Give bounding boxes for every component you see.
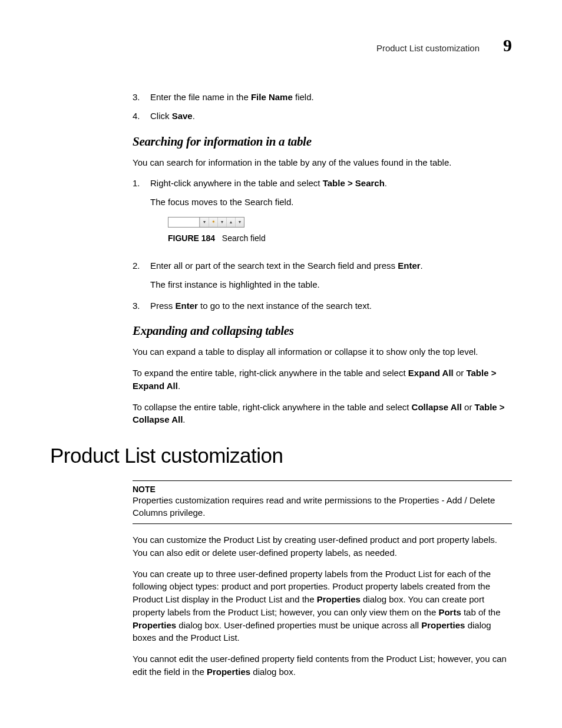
menu-path: Table > Search bbox=[323, 178, 385, 188]
step-number: 3. bbox=[133, 299, 150, 312]
arrow-down-icon[interactable]: ▾ bbox=[235, 218, 244, 227]
step-text: Click Save. bbox=[150, 110, 512, 123]
step-number: 1. bbox=[133, 177, 150, 253]
content-column: NOTE Properties customization requires r… bbox=[133, 480, 512, 678]
text: Enter the file name in the bbox=[150, 92, 251, 102]
text: . bbox=[178, 381, 180, 391]
paragraph: You can expand a table to display all in… bbox=[133, 345, 512, 358]
note-block: NOTE Properties customization requires r… bbox=[133, 480, 512, 524]
page-header: Product List customization 9 bbox=[50, 35, 512, 55]
paragraph: You can search for information in the ta… bbox=[133, 156, 512, 169]
note-label: NOTE bbox=[133, 485, 512, 494]
running-header-title: Product List customization bbox=[376, 43, 480, 53]
key-name: Enter bbox=[176, 301, 198, 311]
text: Right-click anywhere in the table and se… bbox=[150, 178, 323, 188]
key-name: Enter bbox=[398, 261, 420, 271]
step-3: 3. Enter the file name in the File Name … bbox=[133, 91, 512, 104]
figure-caption: FIGURE 184 Search field bbox=[168, 232, 512, 244]
dropdown-icon[interactable]: ▾ bbox=[200, 218, 209, 227]
search-field-widget: ▾ ✶ ▾ ▴ ▾ bbox=[168, 217, 244, 228]
text: . bbox=[193, 111, 195, 121]
step-number: 2. bbox=[133, 259, 150, 294]
button-name: Save bbox=[172, 111, 193, 121]
search-input[interactable] bbox=[168, 218, 200, 227]
step-text: Enter all or part of the search text in … bbox=[150, 259, 512, 294]
note-text: Properties customization requires read a… bbox=[133, 494, 512, 519]
text: Enter all or part of the search text in … bbox=[150, 261, 398, 271]
text: You cannot edit the user-defined propert… bbox=[133, 654, 507, 677]
paragraph: To expand the entire table, right-click … bbox=[133, 367, 512, 393]
text: . bbox=[385, 178, 387, 188]
text: dialog box. User-defined properties must… bbox=[176, 620, 421, 630]
menu-item: Collapse All bbox=[412, 402, 462, 412]
binoculars-icon[interactable]: ✶ bbox=[209, 218, 217, 227]
step-number: 3. bbox=[133, 91, 150, 104]
paragraph: To collapse the entire table, right-clic… bbox=[133, 401, 512, 427]
content-column: 3. Enter the file name in the File Name … bbox=[133, 91, 512, 426]
step-4: 4. Click Save. bbox=[133, 110, 512, 123]
paragraph: You cannot edit the user-defined propert… bbox=[133, 653, 512, 678]
text: or bbox=[454, 368, 467, 378]
text: or bbox=[462, 402, 475, 412]
step-1: 1. Right-click anywhere in the table and… bbox=[133, 177, 512, 253]
paragraph: You can customize the Product List by cr… bbox=[133, 533, 512, 559]
text: To expand the entire table, right-click … bbox=[133, 368, 408, 378]
dropdown-icon[interactable]: ▾ bbox=[217, 218, 226, 227]
figure-title: Search field bbox=[222, 233, 266, 243]
step-sub: The first instance is highlighted in the… bbox=[150, 278, 512, 291]
figure-184: ▾ ✶ ▾ ▴ ▾ FIGURE 184 Search field bbox=[168, 217, 512, 244]
field-name: File Name bbox=[251, 92, 293, 102]
text: dialog box. bbox=[250, 667, 296, 677]
text: tab of the bbox=[461, 607, 501, 617]
dialog-name: Properties bbox=[207, 667, 250, 677]
figure-number: FIGURE 184 bbox=[168, 233, 215, 243]
search-steps: 1. Right-click anywhere in the table and… bbox=[133, 177, 512, 312]
arrow-up-icon[interactable]: ▴ bbox=[226, 218, 235, 227]
section-heading-product-list: Product List customization bbox=[50, 444, 512, 467]
subsection-heading-searching: Searching for information in a table bbox=[133, 134, 512, 149]
step-sub: The focus moves to the Search field. bbox=[150, 196, 512, 209]
step-3: 3. Press Enter to go to the next instanc… bbox=[133, 299, 512, 312]
step-text: Press Enter to go to the next instance o… bbox=[150, 299, 512, 312]
chapter-number: 9 bbox=[503, 35, 512, 55]
text: Click bbox=[150, 111, 172, 121]
text: . bbox=[183, 414, 185, 424]
dialog-name: Properties bbox=[317, 594, 361, 604]
tab-name: Ports bbox=[438, 607, 461, 617]
text: . bbox=[421, 261, 423, 271]
subsection-heading-expanding: Expanding and collapsing tables bbox=[133, 324, 512, 338]
dialog-name: Properties bbox=[133, 620, 176, 630]
step-text: Enter the file name in the File Name fie… bbox=[150, 91, 512, 104]
menu-item: Expand All bbox=[408, 368, 454, 378]
text: to go to the next instance of the search… bbox=[198, 301, 372, 311]
step-number: 4. bbox=[133, 110, 150, 123]
step-2: 2. Enter all or part of the search text … bbox=[133, 259, 512, 294]
text: Press bbox=[150, 301, 176, 311]
dialog-name: Properties bbox=[421, 620, 465, 630]
text: field. bbox=[293, 92, 314, 102]
text: To collapse the entire table, right-clic… bbox=[133, 402, 412, 412]
step-text: Right-click anywhere in the table and se… bbox=[150, 177, 512, 253]
paragraph: You can create up to three user-defined … bbox=[133, 568, 512, 645]
steps-continued: 3. Enter the file name in the File Name … bbox=[133, 91, 512, 123]
